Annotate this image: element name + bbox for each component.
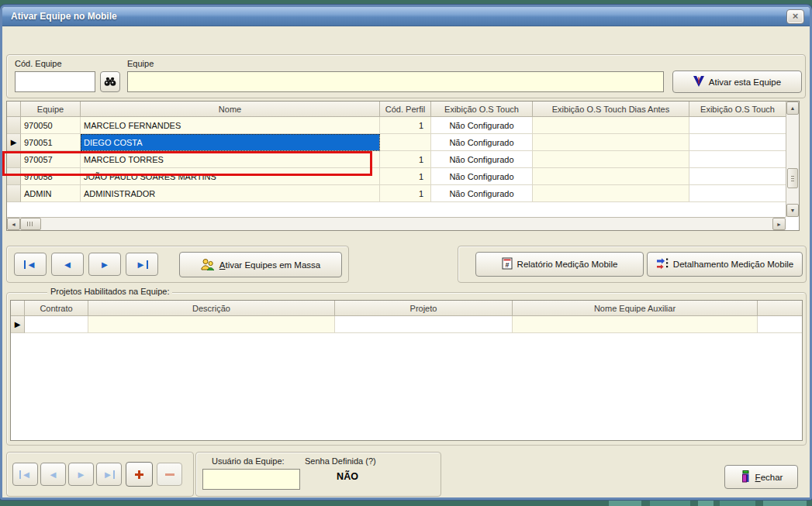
header-contrato[interactable]: Contrato	[25, 301, 88, 316]
scroll-up-button[interactable]: ▲	[786, 102, 799, 115]
first-arrow-icon: ◄	[22, 469, 32, 480]
cod-equipe-input[interactable]	[15, 71, 95, 92]
delete-record-button[interactable]	[157, 463, 182, 486]
horizontal-scroll-thumb[interactable]	[20, 218, 41, 230]
equipe-input[interactable]	[127, 71, 664, 92]
scroll-down-icon: ▼	[790, 208, 796, 213]
cell-nome-selected[interactable]: DIEGO COSTA	[81, 134, 380, 151]
header-exibicao-dias-antes[interactable]: Exibição O.S Touch Dias Antes	[533, 102, 689, 117]
cell-descricao[interactable]	[88, 316, 335, 333]
scroll-down-button[interactable]: ▼	[786, 204, 799, 217]
first-record-button[interactable]: ◄	[14, 253, 47, 276]
cell-exib-touch2[interactable]	[689, 185, 786, 202]
cell-cod-perfil[interactable]: 1	[380, 151, 431, 168]
vertical-scroll-thumb[interactable]	[787, 168, 798, 188]
cell-exib-touch[interactable]: Não Configurado	[431, 117, 533, 134]
previous-record-button[interactable]: ◄	[40, 463, 66, 486]
cell-exib-dias[interactable]	[533, 185, 689, 202]
table-row[interactable]: 970058 JOÃO PAULO SOARES MARTINS 1 Não C…	[7, 168, 786, 185]
projects-group-label: Projetos Habilitados na Equipe:	[47, 287, 172, 296]
cell-cod-perfil[interactable]: 1	[380, 185, 431, 202]
cell-cod-perfil[interactable]	[380, 134, 431, 151]
ativar-esta-equipe-button[interactable]: Ativar esta Equipe	[672, 71, 802, 93]
cell-equipe[interactable]: 970051	[21, 134, 81, 151]
cell-exib-touch[interactable]: Não Configurado	[431, 134, 533, 151]
plus-icon	[135, 470, 143, 479]
cell-nome[interactable]: MARCELO FERNANDES	[81, 117, 380, 134]
header-nome-equipe-auxiliar[interactable]: Nome Equipe Auxiliar	[513, 301, 758, 316]
last-arrow-icon: ►	[136, 259, 146, 270]
usuario-equipe-label: Usuário da Equipe:	[212, 456, 285, 466]
cell-exib-touch[interactable]: Não Configurado	[431, 185, 533, 202]
senha-definida-value: NÃO	[305, 471, 390, 482]
scroll-up-icon: ▲	[790, 105, 796, 111]
first-record-button[interactable]: ◄	[12, 463, 38, 486]
cell-nome[interactable]: JOÃO PAULO SOARES MARTINS	[81, 168, 380, 185]
cell-exib-dias[interactable]	[533, 151, 689, 168]
table-row-selected[interactable]: ▶ 970051 DIEGO COSTA Não Configurado	[7, 134, 786, 151]
cell-exib-touch[interactable]: Não Configurado	[431, 151, 533, 168]
header-equipe[interactable]: Equipe	[21, 102, 81, 117]
table-row[interactable]: 970057 MARCELO TORRES 1 Não Configurado	[7, 151, 786, 168]
detalhamento-medicao-mobile-button[interactable]: Detalhamento Medição Mobile	[647, 252, 803, 277]
previous-record-button[interactable]: ◄	[51, 253, 84, 276]
cell-equipe[interactable]: ADMIN	[21, 185, 81, 202]
search-button[interactable]	[100, 71, 120, 92]
reports-panel: # Relatório Medição Mobile Detalhamento …	[458, 246, 807, 283]
exit-door-icon	[740, 470, 751, 484]
usuario-equipe-input[interactable]	[202, 469, 300, 490]
table-row[interactable]: 970050 MARCELO FERNANDES 1 Não Configura…	[7, 117, 786, 134]
scroll-right-button[interactable]: ►	[772, 218, 786, 230]
horizontal-scroll-track[interactable]	[41, 218, 772, 230]
detail-arrows-icon	[656, 257, 669, 271]
header-cod-perfil[interactable]: Cód. Perfil	[380, 102, 431, 117]
first-bar-icon	[24, 260, 26, 269]
cell-exib-dias[interactable]	[533, 168, 689, 185]
last-record-button[interactable]: ►	[126, 253, 158, 276]
cell-cod-perfil[interactable]: 1	[380, 168, 431, 185]
cell-projeto[interactable]	[335, 316, 513, 333]
cell-exib-touch2[interactable]	[689, 134, 786, 151]
cell-equipe[interactable]: 970050	[21, 117, 81, 134]
next-record-button[interactable]: ►	[88, 253, 121, 276]
insert-record-button[interactable]	[126, 462, 153, 487]
cell-exib-touch2[interactable]	[689, 168, 786, 185]
background-pattern	[763, 500, 807, 506]
vertical-scroll-track[interactable]	[786, 115, 799, 204]
vertical-scrollbar[interactable]: ▲ ▼	[786, 102, 799, 217]
cell-equipe[interactable]: 970058	[21, 168, 81, 185]
header-descricao[interactable]: Descrição	[88, 301, 335, 316]
cell-exib-touch2[interactable]	[689, 151, 786, 168]
cell-exib-dias[interactable]	[533, 134, 689, 151]
fechar-button[interactable]: Fechar	[724, 465, 798, 489]
cell-nome[interactable]: ADMINISTRADOR	[81, 185, 380, 202]
cell-cod-perfil[interactable]: 1	[380, 117, 431, 134]
cell-contrato[interactable]	[25, 316, 88, 333]
close-icon: ×	[793, 10, 799, 22]
next-record-button[interactable]: ►	[68, 463, 94, 486]
cell-equipe[interactable]: 970057	[21, 151, 81, 168]
close-button[interactable]: ×	[786, 9, 804, 24]
cell-nome-equipe-auxiliar[interactable]	[513, 316, 758, 333]
team-user-panel: Usuário da Equipe: Senha Definida (?) NÃ…	[195, 452, 441, 497]
cell-exib-touch2[interactable]	[689, 117, 786, 134]
prev-arrow-icon: ◄	[63, 259, 73, 270]
table-row[interactable]: ▶	[11, 316, 802, 333]
header-indicator	[7, 102, 21, 117]
last-record-button[interactable]: ►	[96, 463, 122, 486]
table-row[interactable]: ADMIN ADMINISTRADOR 1 Não Configurado	[7, 185, 786, 202]
relatorio-medicao-mobile-button[interactable]: # Relatório Medição Mobile	[475, 252, 644, 277]
horizontal-scrollbar[interactable]: ◄ ►	[7, 217, 786, 230]
scroll-left-icon: ◄	[11, 222, 16, 227]
title-bar[interactable]: Ativar Equipe no Mobile ×	[2, 7, 810, 26]
cell-exib-touch[interactable]: Não Configurado	[431, 168, 533, 185]
header-exibicao-touch-2[interactable]: Exibição O.S Touch	[689, 102, 786, 117]
cell-nome[interactable]: MARCELO TORRES	[81, 151, 380, 168]
ativar-equipes-em-massa-button[interactable]: Ativar Equipes em Massa	[179, 252, 342, 277]
header-nome[interactable]: Nome	[81, 102, 380, 117]
header-exibicao-touch[interactable]: Exibição O.S Touch	[431, 102, 533, 117]
scroll-left-button[interactable]: ◄	[7, 218, 20, 230]
cell-exib-dias[interactable]	[533, 117, 689, 134]
binoculars-icon	[104, 76, 116, 88]
header-projeto[interactable]: Projeto	[335, 301, 513, 316]
